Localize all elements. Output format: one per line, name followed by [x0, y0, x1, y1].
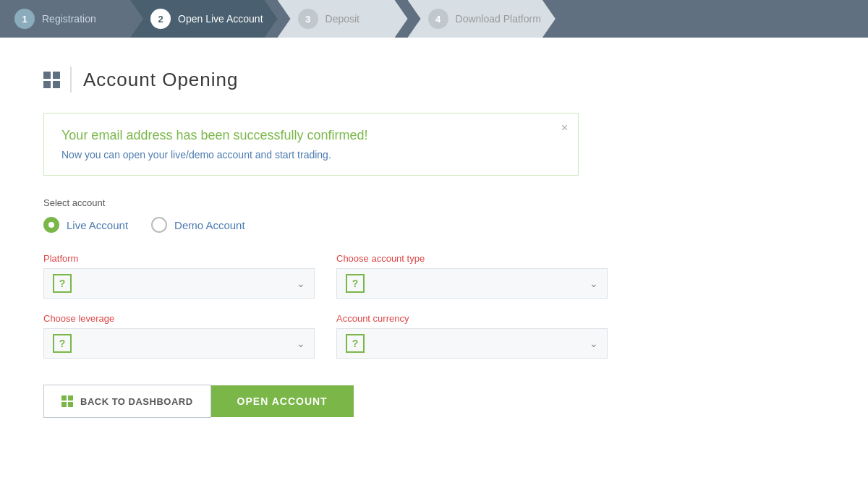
platform-chevron-icon: ⌄ — [297, 278, 305, 289]
notification-box: × Your email address has been successful… — [43, 113, 579, 176]
close-notification-button[interactable]: × — [561, 122, 568, 134]
grid-icon — [43, 72, 60, 88]
leverage-label: Choose leverage — [43, 313, 315, 324]
button-row: BACK TO DASHBOARD OPEN ACCOUNT — [43, 385, 608, 418]
step-deposit[interactable]: 3 Deposit — [278, 0, 408, 38]
step-download[interactable]: 4 Download Platform — [408, 0, 556, 38]
radio-live-btn[interactable] — [43, 217, 59, 233]
header-divider — [70, 67, 72, 93]
step-circle-3: 3 — [298, 9, 318, 29]
radio-demo-label: Demo Account — [174, 219, 245, 231]
page-title: Account Opening — [83, 69, 238, 91]
platform-select-inner: ? — [53, 274, 297, 293]
form-section: Select account Live Account Demo Account… — [43, 197, 608, 418]
leverage-q-icon: ? — [53, 334, 72, 353]
step-label-4: Download Platform — [456, 13, 541, 25]
radio-demo-account[interactable]: Demo Account — [151, 217, 245, 233]
step-label-2: Open Live Account — [178, 13, 263, 25]
dashboard-grid-icon — [61, 395, 73, 407]
open-account-button[interactable]: OPEN ACCOUNT — [211, 385, 354, 417]
page-header: Account Opening — [43, 67, 825, 93]
step-label-3: Deposit — [326, 13, 359, 25]
currency-select[interactable]: ? ⌄ — [336, 328, 608, 359]
currency-q-icon: ? — [346, 334, 365, 353]
platform-q-icon: ? — [53, 274, 72, 293]
currency-label: Account currency — [336, 313, 608, 324]
form-group-account-type: Choose account type ? ⌄ — [336, 253, 608, 299]
form-row-leverage-currency: Choose leverage ? ⌄ Account currency ? ⌄ — [43, 313, 608, 359]
step-label-1: Registration — [42, 13, 96, 25]
form-group-currency: Account currency ? ⌄ — [336, 313, 608, 359]
platform-select[interactable]: ? ⌄ — [43, 268, 315, 299]
step-registration[interactable]: 1 Registration — [0, 0, 130, 38]
currency-chevron-icon: ⌄ — [590, 338, 598, 349]
radio-live-label: Live Account — [67, 219, 128, 231]
step-circle-4: 4 — [428, 9, 448, 29]
notification-subtitle: Now you can open your live/demo account … — [61, 149, 561, 160]
form-group-platform: Platform ? ⌄ — [43, 253, 315, 299]
radio-group: Live Account Demo Account — [43, 217, 608, 233]
leverage-select-inner: ? — [53, 334, 297, 353]
back-label: BACK TO DASHBOARD — [80, 396, 193, 407]
currency-select-inner: ? — [346, 334, 590, 353]
account-type-label: Choose account type — [336, 253, 608, 264]
radio-demo-btn[interactable] — [151, 217, 167, 233]
step-open-live[interactable]: 2 Open Live Account — [130, 0, 278, 38]
form-group-leverage: Choose leverage ? ⌄ — [43, 313, 315, 359]
back-to-dashboard-button[interactable]: BACK TO DASHBOARD — [43, 385, 211, 418]
account-type-chevron-icon: ⌄ — [590, 278, 598, 289]
select-account-label: Select account — [43, 197, 608, 208]
form-row-platform-type: Platform ? ⌄ Choose account type ? ⌄ — [43, 253, 608, 299]
account-type-select-inner: ? — [346, 274, 590, 293]
account-type-select[interactable]: ? ⌄ — [336, 268, 608, 299]
step-circle-1: 1 — [14, 9, 35, 29]
leverage-chevron-icon: ⌄ — [297, 338, 305, 349]
platform-label: Platform — [43, 253, 315, 264]
main-content: Account Opening × Your email address has… — [0, 38, 868, 488]
step-circle-2: 2 — [150, 9, 171, 29]
leverage-select[interactable]: ? ⌄ — [43, 328, 315, 359]
stepper: 1 Registration 2 Open Live Account 3 Dep… — [0, 0, 868, 38]
radio-live-account[interactable]: Live Account — [43, 217, 128, 233]
notification-title: Your email address has been successfully… — [61, 128, 561, 143]
account-type-q-icon: ? — [346, 274, 365, 293]
